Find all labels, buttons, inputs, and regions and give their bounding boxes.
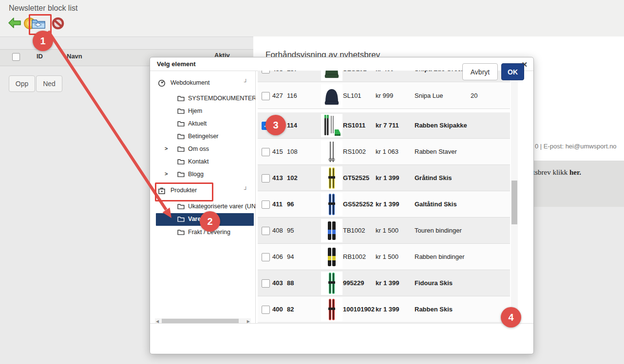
vertical-scrollbar[interactable]: ▲ ▼ [511, 71, 518, 323]
product-row[interactable]: 40388995229kr 1 399Fidoura Skis [258, 270, 510, 296]
annotation-step-1: 1 [33, 31, 53, 51]
product-image-bindings [321, 219, 342, 242]
product-row[interactable]: 427116SL101kr 999Snipa Lue20 [258, 83, 510, 109]
product-name: Galtåtind Skis [415, 200, 457, 208]
product-sku: SL101 [343, 92, 361, 99]
row-checkbox[interactable] [262, 92, 270, 100]
product-image-bindings [321, 245, 342, 269]
scroll-right-icon[interactable]: ▶ [247, 319, 250, 323]
select-all-checkbox[interactable] [12, 53, 20, 61]
product-sku: TB1002 [343, 227, 365, 234]
dialog-footer [150, 323, 533, 354]
product-sku: RB1002 [343, 253, 366, 260]
scroll-left-icon[interactable]: ◀ [156, 319, 159, 323]
product-row[interactable]: 40895TB1002kr 1 500Touren bindinger [258, 218, 510, 244]
ok-button[interactable]: OK [501, 63, 524, 80]
product-pid: 108 [287, 148, 298, 155]
product-row[interactable]: 41196GS525252kr 1 399Galtåtind Skis [258, 191, 510, 218]
product-image-package [321, 114, 342, 137]
product-name: Rabben Skipakke [415, 122, 467, 129]
product-row[interactable]: 413102GT52525kr 1 399Gråtind Skis [258, 165, 510, 191]
tree-divider [255, 71, 256, 323]
back-button[interactable] [8, 17, 21, 30]
product-sku: 995229 [343, 279, 364, 287]
product-price: kr 1 399 [376, 306, 399, 313]
folder-icon [177, 120, 185, 128]
row-checkbox[interactable] [262, 253, 270, 261]
row-checkbox[interactable] [262, 306, 270, 314]
tree-item-systemdokumenter[interactable]: SYSTEMDOKUMENTER [156, 92, 254, 105]
product-price: kr 1 399 [376, 174, 399, 182]
product-row[interactable]: 415108RS1002kr 1 063Rabben Staver [258, 139, 510, 165]
chevron-right-icon[interactable]: > [165, 171, 168, 177]
product-id: 406 [272, 253, 283, 260]
product-name: Touren bindinger [415, 227, 462, 234]
product-image-skis [321, 193, 342, 216]
move-down-button[interactable]: Ned [36, 75, 62, 92]
product-price: kr 1 500 [376, 227, 398, 234]
product-image-skis [321, 272, 342, 295]
row-checkbox[interactable] [262, 200, 270, 209]
tree-item-blogg[interactable]: >Blogg [156, 168, 254, 181]
globe-icon [158, 79, 166, 87]
product-row[interactable]: ✓114RS1011kr 7 711Rabben Skipakke [258, 112, 510, 139]
tree-item-hjem[interactable]: Hjem [156, 105, 254, 118]
tree-item-om-oss[interactable]: >Om oss [156, 143, 254, 156]
product-price: kr 1 063 [376, 148, 398, 155]
tree-item-kontakt[interactable]: Kontakt [156, 156, 254, 168]
block-button[interactable] [52, 17, 65, 31]
tree-item-label: Betingelser [188, 133, 219, 140]
product-price: kr 999 [376, 92, 393, 99]
product-sku: GS525252 [343, 200, 373, 208]
product-name: Snipa Lue Green [415, 71, 465, 73]
product-row[interactable]: 40694RB1002kr 1 500Rabben bindinger [258, 244, 510, 270]
product-pid: 96 [287, 200, 294, 208]
product-name: Rabben Skis [415, 306, 453, 313]
product-id: 403 [272, 279, 283, 287]
tree-item-webdokument[interactable]: Webdokument┘ [156, 77, 254, 90]
tree-item-betingelser[interactable]: Betingelser [156, 130, 254, 143]
block-icon [52, 23, 64, 31]
tree-item-label: Ukategoriserte varer (UNI V3 [188, 203, 255, 210]
product-name: Rabben bindinger [415, 253, 465, 260]
product-id: 400 [272, 306, 283, 313]
tree-horizontal-scrollbar[interactable]: ◀▶ [155, 318, 251, 323]
product-name: Fidoura Skis [415, 279, 453, 287]
scrollbar-thumb[interactable] [511, 181, 517, 224]
tree-item-ukategoriserte-varer-uni-v3[interactable]: Ukategoriserte varer (UNI V3 [156, 200, 254, 213]
preview-body-link[interactable]: her. [569, 168, 581, 176]
preview-email-text: 0 | E-post: hei@umwsport.no [535, 143, 617, 150]
folder-icon [177, 146, 185, 153]
cancel-button[interactable]: Avbryt [462, 63, 498, 80]
product-pid: 95 [287, 227, 294, 234]
row-checkbox[interactable] [262, 227, 270, 235]
row-checkbox[interactable] [262, 148, 270, 156]
product-price: kr 400 [376, 71, 394, 73]
chevron-right-icon[interactable]: > [165, 146, 168, 151]
product-price: kr 7 711 [376, 122, 399, 129]
move-up-button[interactable]: Opp [9, 75, 35, 92]
product-pid: 102 [287, 174, 298, 182]
dialog-title: Velg element [157, 60, 195, 68]
folder-icon [177, 95, 185, 103]
folder-icon [177, 158, 185, 166]
product-pid: 114 [287, 122, 297, 129]
tree-scrollbar-thumb[interactable] [162, 319, 239, 323]
product-price: kr 1 399 [376, 200, 399, 208]
annotation-step-2: 2 [200, 211, 220, 232]
row-checkbox[interactable] [262, 279, 270, 288]
product-qty: 20 [471, 92, 477, 99]
row-checkbox[interactable] [262, 174, 270, 182]
expand-corner-icon[interactable]: ┘ [244, 79, 248, 85]
product-pid: 82 [287, 306, 294, 313]
row-checkbox[interactable] [262, 71, 270, 73]
product-id: 415 [272, 148, 283, 155]
product-row[interactable]: 40082100101902kr 1 399Rabben Skis [258, 296, 510, 323]
screen: Newsletter block list ID Navn Aktiv Opp … [0, 0, 624, 364]
product-price: kr 1 500 [376, 253, 398, 260]
product-image-beanie [321, 71, 342, 81]
product-pid: 116 [287, 92, 297, 99]
product-pid: 88 [287, 279, 294, 287]
tree-item-aktuelt[interactable]: Aktuelt [156, 118, 254, 130]
expand-corner-icon[interactable]: ┘ [244, 186, 248, 192]
